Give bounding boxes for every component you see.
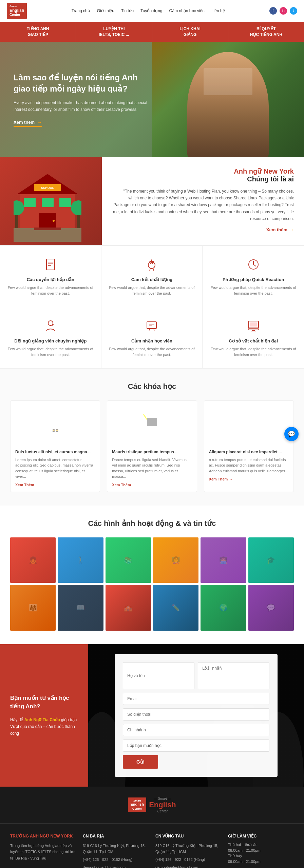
hero-image xyxy=(152,42,304,157)
instagram-icon[interactable]: in xyxy=(280,7,287,15)
footer-about-desc: Trung tâm học tiếng Anh giao tiếp và luy… xyxy=(10,843,76,862)
footer-col-title: CN VŨNG TÀU xyxy=(155,834,221,839)
footer-col-baria: CN BÀ RỊA 319 C16 Lý Thường Kiệt, Phường… xyxy=(83,834,149,868)
course-title: Duis luctus elit nisi, et cursus magna..… xyxy=(15,450,95,454)
svg-rect-6 xyxy=(42,198,54,207)
svg-rect-5 xyxy=(24,198,36,207)
contact-email-input[interactable] xyxy=(123,693,269,705)
svg-rect-29 xyxy=(147,322,156,329)
arrow-icon: → xyxy=(36,483,39,487)
nav-home[interactable]: Trang chủ xyxy=(72,8,90,13)
contact-name-input[interactable] xyxy=(123,662,194,689)
course-image xyxy=(204,401,293,445)
photo-item[interactable]: 📖 xyxy=(58,585,103,630)
course-body: Aliquam placerat nisl nec imperdiet.... … xyxy=(204,445,293,486)
about-image: SCHOOL xyxy=(0,157,102,245)
photo-item[interactable]: 👧 xyxy=(10,537,56,583)
contact-desc: Hãy để Anh Ngữ Tia Chớp giúp bạn Vượt qu… xyxy=(10,716,78,737)
footer-col-hours: GIỜ LÀM VIỆC Thứ hai – thứ sáu 08:00am -… xyxy=(228,834,294,868)
footer-address: 319 C16 Lý Thường Kiệt, Phường 15, Quận … xyxy=(83,843,149,855)
contact-section: Bạn muốn tư vấn học tiếng Anh? Hãy để An… xyxy=(0,644,304,787)
about-subtitle: Anh ngữ New York xyxy=(112,167,294,175)
news-section: Các hình ảnh hoạt động & và tin tức 👧 🚶 … xyxy=(0,506,304,644)
footer-hour-weekday-time: 08:00am - 21:00pm xyxy=(228,848,294,852)
footer-tagline: — Smart — xyxy=(149,797,176,801)
facebook-icon[interactable]: f xyxy=(269,7,277,15)
contact-info-box: Bạn muốn tư vấn học tiếng Anh? Hãy để An… xyxy=(0,644,88,787)
about-desc: "The moment you think of buying a Web Ho… xyxy=(112,188,294,222)
footer-hour-weekday: Thứ hai – thứ sáu xyxy=(228,843,294,847)
nav-speaking[interactable]: TIẾNG ANH GIAO TIẾP xyxy=(0,22,76,42)
logo[interactable]: Smart English Center xyxy=(7,3,27,19)
footer-logo-bar: Smart English Center — Smart — English C… xyxy=(0,787,304,824)
nav-recruit[interactable]: Tuyển dụng xyxy=(140,8,163,13)
nav-news[interactable]: Tin tức xyxy=(121,8,134,13)
top-nav: Trang chủ Giới thiệu Tin tức Tuyển dụng … xyxy=(72,8,225,13)
arrow-icon: → xyxy=(229,477,233,481)
nav-feedback[interactable]: Cảm nhận học viên xyxy=(169,8,205,13)
photo-item[interactable]: 👨‍👩‍👧 xyxy=(10,585,56,630)
svg-point-46 xyxy=(251,419,260,427)
svg-marker-20 xyxy=(149,259,154,264)
contact-note-textarea[interactable] xyxy=(198,662,269,689)
hero-title: Làm sao để luyện nói tiếng Anh giao tiếp… xyxy=(14,72,149,95)
footer-logo-text: English xyxy=(149,801,176,809)
photo-item[interactable]: 📚 xyxy=(106,537,151,583)
about-link[interactable]: Xem thêm → xyxy=(112,227,294,232)
photo-item[interactable]: 🚶 xyxy=(58,537,103,583)
course-desc: n rutrum tempus purus, ut euismod dui fa… xyxy=(209,457,289,474)
course-card: 👩‍🎓👩‍🎓 Duis luctus elit nisi, et cursus … xyxy=(10,400,100,492)
feature-quality: Cam kết chất lượng Few would argue that,… xyxy=(101,246,203,307)
chat-bubble-button[interactable]: 💬 xyxy=(284,427,299,441)
photo-item[interactable]: 👩‍🏫 xyxy=(153,537,198,583)
nav-secrets[interactable]: BÍ QUYẾT HỌC TIẾNG ANH xyxy=(228,22,304,42)
arrow-icon: → xyxy=(132,483,136,487)
svg-point-38 xyxy=(43,414,54,425)
contact-form: Chi nhánh Chi nhánh 1 Chi nhánh 2 Lớp bạ… xyxy=(115,654,278,777)
footer-hour-saturday-time: 09:00am - 21:00pm xyxy=(228,860,294,864)
contact-class-select[interactable]: Lớp bạn muốn học Giao tiếp IELTS TOEIC xyxy=(123,739,269,752)
logo-icon: Smart English Center xyxy=(7,3,27,19)
svg-rect-42 xyxy=(147,418,157,426)
news-title: Các hình ảnh hoạt động & và tin tức xyxy=(10,519,294,528)
course-link[interactable]: Xem Thêm → xyxy=(15,483,95,487)
footer-logo-icon: Smart English Center xyxy=(128,797,146,812)
svg-point-26 xyxy=(253,264,254,265)
about-section: SCHOOL Anh ngữ New York Chúng tôi là ai xyxy=(0,157,304,245)
hero-cta-button[interactable]: Xem thêm → xyxy=(14,119,42,127)
course-image xyxy=(107,401,196,445)
nav-about[interactable]: Giới thiệu xyxy=(97,8,114,13)
course-link[interactable]: Xem Thêm → xyxy=(209,477,289,481)
photo-item[interactable]: 🏫 xyxy=(106,585,151,630)
photo-item[interactable]: ✏️ xyxy=(153,585,198,630)
contact-submit-button[interactable]: Gửi xyxy=(123,755,158,769)
svg-point-39 xyxy=(55,419,63,427)
medal-icon xyxy=(143,256,160,273)
features-section: Các quyền lợi hấp dẫn Few would argue th… xyxy=(0,245,304,369)
course-link[interactable]: Xem Thêm → xyxy=(112,483,192,487)
photo-item[interactable]: 🎓 xyxy=(248,537,294,583)
footer-phone: (+84) 126 - 922 - 0162 (Hùng) xyxy=(155,856,221,863)
contact-phone-input[interactable] xyxy=(123,708,269,721)
feature-desc: Few would argue that, despite the advanc… xyxy=(209,285,297,297)
footer-logo: Smart English Center — Smart — English C… xyxy=(128,797,176,813)
nav-exam[interactable]: LUYỆN THI IELTS, TOEIC ... xyxy=(76,22,152,42)
photo-item[interactable]: 👨‍💻 xyxy=(201,537,246,583)
footer-col-vungtau: CN VŨNG TÀU 319 C16 Lý Thường Kiệt, Phườ… xyxy=(155,834,221,868)
svg-rect-10 xyxy=(34,228,61,230)
footer-email: demonhunter@gmail.com xyxy=(155,864,221,868)
photo-item[interactable]: 💬 xyxy=(248,585,294,630)
course-card: Aliquam placerat nisl nec imperdiet.... … xyxy=(204,400,294,492)
arrow-icon: → xyxy=(37,119,42,125)
nav-schedule[interactable]: LỊCH KHAI GIẢNG xyxy=(152,22,228,42)
feature-title: Cơ sở vật chất hiện đại xyxy=(209,338,297,343)
social-links: f in t xyxy=(269,7,297,15)
svg-point-27 xyxy=(48,321,53,326)
contact-branch-select[interactable]: Chi nhánh Chi nhánh 1 Chi nhánh 2 xyxy=(123,724,269,736)
nav-contact[interactable]: Liên hệ xyxy=(211,8,225,13)
feature-desc: Few would argue that, despite the advanc… xyxy=(7,346,94,358)
twitter-icon[interactable]: t xyxy=(290,7,297,15)
courses-section: Các khóa học 👩‍🎓👩‍🎓 Duis luctus elit nis… xyxy=(0,369,304,506)
feature-title: Cam kết chất lượng xyxy=(108,277,196,282)
photo-item[interactable]: 🌍 xyxy=(201,585,246,630)
